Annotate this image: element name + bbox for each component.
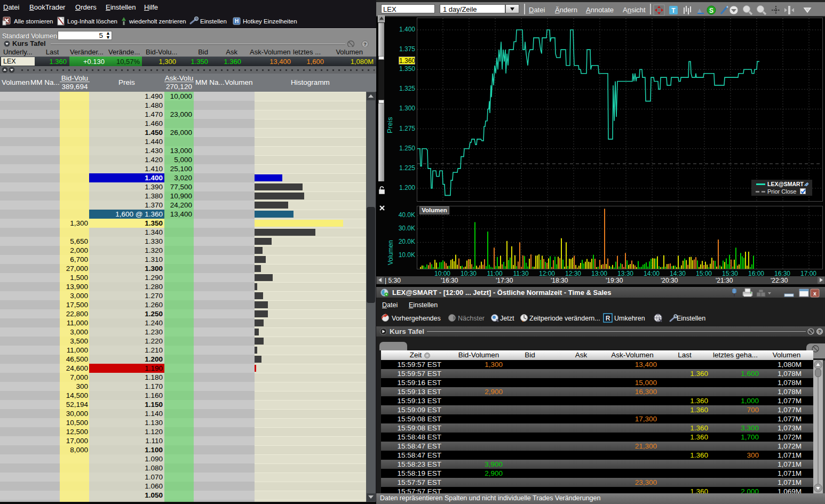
svg-text:?: ? [818, 329, 821, 334]
svg-text:T: T [671, 7, 676, 14]
svg-text:?: ? [363, 42, 367, 47]
svg-text:R: R [606, 315, 610, 322]
svg-text:x: x [813, 290, 816, 297]
svg-text:H: H [235, 18, 239, 24]
svg-text:S: S [709, 7, 713, 14]
